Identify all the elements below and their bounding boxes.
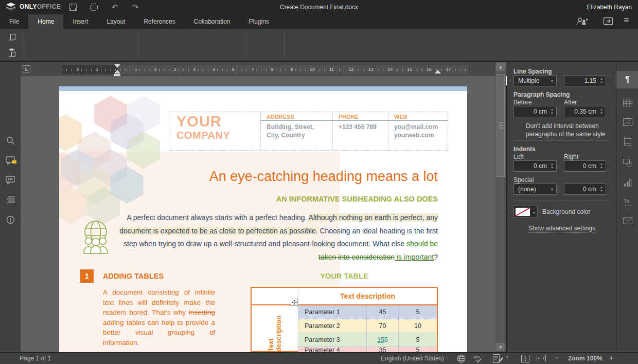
globe-people-icon <box>80 219 112 254</box>
image-settings-icon[interactable] <box>616 113 638 131</box>
section-title: ADDING TABLES <box>103 272 164 280</box>
line-spacing-select[interactable]: Multiple▾ <box>513 75 557 86</box>
phone-label: PHONE <box>339 114 359 120</box>
same-style-interval-label: Don't add interval betweenparagraphs of … <box>526 122 606 138</box>
track-changes-button[interactable] <box>493 354 503 363</box>
line-spacing-value-spinner[interactable]: 1.15▲▼ <box>564 75 606 86</box>
set-language-globe-icon[interactable] <box>457 354 466 363</box>
document-heading: An eye-catching heading means a lot <box>111 169 438 185</box>
company-name-line2: COMPANY <box>176 130 230 141</box>
language-selector[interactable]: English (United States) ⌃ <box>381 355 449 362</box>
special-label: Special <box>513 176 534 184</box>
show-advanced-settings-link[interactable]: Show advanced settings <box>507 225 616 232</box>
data-table[interactable]: Text description Text description Parame… <box>251 287 438 352</box>
fit-width-button[interactable] <box>536 354 546 362</box>
after-label: After <box>564 99 577 106</box>
paste-button[interactable] <box>5 46 19 59</box>
navigation-headings-icon[interactable] <box>5 194 15 205</box>
section-body: A document consisting of infinite text l… <box>103 287 215 348</box>
tab-collaboration[interactable]: Collaboration <box>185 14 240 29</box>
tab-home[interactable]: Home <box>28 14 63 29</box>
about-info-icon[interactable] <box>5 214 15 225</box>
tab-layout[interactable]: Layout <box>97 14 134 29</box>
hanging-indent-marker[interactable] <box>114 70 120 74</box>
table-header-cell: Text description <box>298 288 437 305</box>
vertical-scrollbar[interactable]: ▲ ▼ <box>495 62 506 352</box>
left-indent-marker[interactable] <box>114 74 120 76</box>
document-canvas[interactable]: YOUR COMPANY ADDRESS Building, Street,Ci… <box>21 76 495 352</box>
page-count[interactable]: Page 1 of 1 <box>20 355 51 362</box>
header-footer-settings-icon[interactable] <box>616 132 638 150</box>
chart-settings-icon[interactable] <box>616 174 638 191</box>
tab-stop-selector[interactable]: L <box>23 65 30 73</box>
company-divider <box>332 112 333 150</box>
document-page[interactable]: YOUR COMPANY ADDRESS Building, Street,Ci… <box>59 86 467 352</box>
right-indent-marker[interactable] <box>435 70 441 74</box>
onlyoffice-document-editor: ONLYOFFICE ↶ ↷ Create Document Final.doc… <box>0 0 638 364</box>
special-select[interactable]: (none)▾ <box>513 184 557 195</box>
indent-left-label: Left <box>513 153 524 160</box>
line-spacing-label: Line Spacing <box>513 68 552 75</box>
spellcheck-icon[interactable]: ABC <box>473 354 484 363</box>
track-changes-caret[interactable]: ▾ <box>506 355 508 359</box>
document-title: Create Document Final.docx <box>0 4 638 11</box>
background-color-label: Background color <box>542 208 590 215</box>
table-move-handle[interactable] <box>291 299 298 306</box>
mailmerge-settings-icon[interactable] <box>616 212 638 229</box>
inserted-text: is important <box>395 253 434 261</box>
web-value: you@mail.comyourweb.com <box>394 123 438 139</box>
textart-settings-icon[interactable]: Ta <box>616 193 638 210</box>
paragraph-spacing-label: Paragraph Spacing <box>513 91 570 98</box>
right-settings-strip: ¶ Ta <box>616 62 638 352</box>
phone-value: +123 456 789 <box>339 123 377 131</box>
tab-insert[interactable]: Insert <box>63 14 97 29</box>
tab-references[interactable]: References <box>134 14 184 29</box>
copy-button[interactable] <box>5 31 19 44</box>
address-label: ADDRESS <box>267 114 294 120</box>
indents-label: Indents <box>513 145 536 153</box>
company-header-block[interactable]: YOUR COMPANY ADDRESS Building, Street,Ci… <box>169 112 448 151</box>
open-file-location-button[interactable] <box>603 16 613 26</box>
table-title: YOUR TABLE <box>251 272 438 280</box>
zoom-level[interactable]: Zoom 100% <box>568 355 602 362</box>
section-number-badge: 1 <box>80 269 94 283</box>
search-icon[interactable] <box>5 135 15 145</box>
indent-left-spinner[interactable]: 0 cm▲▼ <box>513 160 557 172</box>
chat-icon[interactable] <box>5 175 15 185</box>
company-name-line1: YOUR <box>176 113 222 130</box>
tab-plugins[interactable]: Plugins <box>240 14 278 29</box>
fit-page-button[interactable] <box>521 354 530 363</box>
special-value-spinner[interactable]: 0 cm▲▼ <box>564 184 606 195</box>
tracked-deleted-value: 5 <box>384 336 388 343</box>
table-settings-icon[interactable] <box>616 94 638 111</box>
address-value: Building, Street,City, Country <box>267 123 314 139</box>
ruler-strip[interactable]: 211234567891011121314151617 <box>62 65 468 74</box>
tracked-kept-value: 15 <box>377 336 384 343</box>
page-accent-bar <box>59 86 467 91</box>
table-row: Parameter 4355 <box>298 347 437 352</box>
status-bar: Page 1 of 1 English (United States) ⌃ AB… <box>0 352 638 364</box>
before-label: Before <box>513 99 531 106</box>
background-color-button[interactable]: ▾ <box>513 206 538 218</box>
tab-file[interactable]: File <box>0 14 28 29</box>
spacing-after-spinner[interactable]: 0.35 cm▲▼ <box>564 106 606 117</box>
spacing-before-spinner[interactable]: 0 cm▲▼ <box>513 106 557 117</box>
zoom-in-button[interactable]: + <box>609 353 614 362</box>
ruler-margin-zone <box>62 65 117 74</box>
document-subheading: AN INFORMATIVE SUBHEADING ALSO DOES <box>111 195 438 203</box>
indent-right-spinner[interactable]: 0 cm▲▼ <box>564 160 606 172</box>
table-row: Parameter 1455 <box>298 305 437 319</box>
add-user-button[interactable] <box>575 16 589 26</box>
scroll-up-button[interactable]: ▲ <box>496 63 505 71</box>
home-toolbar: Arial▾ 11▾ A▴ A▾ Aa▾ B I U S A² A₂ ▾ A ▾ <box>0 29 638 62</box>
first-line-indent-marker[interactable] <box>114 64 120 68</box>
hamburger-menu-button[interactable]: ≡ <box>624 15 629 26</box>
paragraph-settings-icon[interactable]: ¶ <box>616 71 638 88</box>
scrollbar-thumb[interactable] <box>497 74 505 177</box>
zoom-out-button[interactable]: − <box>555 353 559 362</box>
scroll-down-button[interactable]: ▼ <box>496 343 505 351</box>
top-bar: ONLYOFFICE ↶ ↷ Create Document Final.doc… <box>0 0 638 14</box>
indent-right-label: Right <box>564 153 578 160</box>
shape-settings-icon[interactable] <box>616 154 638 172</box>
comments-icon[interactable] <box>5 155 15 166</box>
